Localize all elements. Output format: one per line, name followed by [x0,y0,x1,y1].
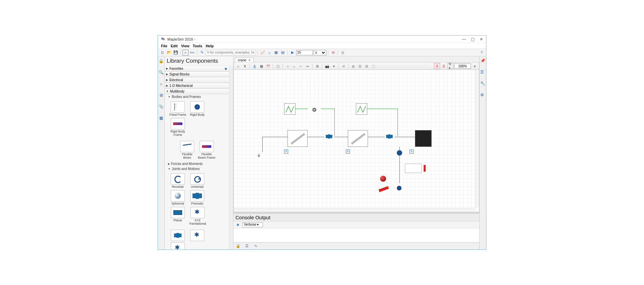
block-hook[interactable] [415,130,432,147]
comp-rigid-body[interactable]: Rigid Body [188,101,206,117]
label-a-icon[interactable]: A [252,63,258,69]
canvas-hscroll[interactable] [234,208,475,212]
comp-flexible-beam[interactable]: Flexible Beam [178,141,196,160]
fit-target-icon[interactable]: ◎ [350,63,356,69]
close-tab-icon[interactable]: ✕ [248,59,251,62]
cat-signal-blocks[interactable]: ▶Signal Blocks [165,71,229,77]
notes-icon[interactable]: ☰ [244,243,250,249]
plot-icon[interactable]: 📈 [260,50,266,56]
sim-units-select[interactable]: s [314,50,326,55]
close-button[interactable]: ✕ [479,37,483,41]
block-ground[interactable]: ⏚ [257,152,267,159]
subcat-forces-moments[interactable]: ▶Forces and Moments [165,161,229,166]
copy-icon[interactable]: ⎘ [340,50,346,56]
model-canvas[interactable]: ⚙ ⏚ [234,70,479,212]
open-file-icon[interactable]: 📂 [166,50,172,56]
find-tab-icon[interactable]: ⌕ [159,81,164,87]
home-icon[interactable]: ⌂ [235,63,241,69]
shuffle-icon[interactable]: ⤭ [340,63,346,69]
group-icon[interactable]: ⊞ [314,63,320,69]
align-l-icon[interactable]: ⫞ [284,63,290,69]
grid1-icon[interactable]: ▦ [273,50,279,56]
comp-flexible-beam-frame[interactable]: Flexible Beam Frame [198,141,216,160]
comp-rigid-body-frame[interactable]: Rigid Body Frame [169,118,187,137]
console-body[interactable] [233,228,479,242]
maximize-button[interactable]: ▢ [471,37,475,41]
search-input[interactable] [206,50,256,55]
subcat-bodies-frames[interactable]: ▼Bodies and Frames [165,94,229,99]
menu-edit[interactable]: Edit [169,44,179,48]
tab-crane[interactable]: crane ✕ [235,58,254,62]
minimize-button[interactable]: — [462,37,466,41]
block-joint2[interactable] [385,134,395,141]
zoom-reset-icon[interactable]: ⊟ [364,63,370,69]
wrench-icon[interactable]: 🔧 [480,81,486,87]
distribute-icon[interactable]: ⇔ [305,63,311,69]
block-spring1[interactable] [405,164,422,173]
verbose-select[interactable]: Verbose ▾ [242,222,263,227]
save-file-icon[interactable]: 💾 [173,50,179,56]
probe-icon[interactable]: ⌕ [266,50,272,56]
comp-prismatic[interactable]: Prismatic [188,190,206,206]
zoom-select[interactable] [454,63,471,69]
block-spring-red[interactable] [424,165,426,172]
comp-extra-3[interactable] [169,242,187,249]
comp-spherical[interactable]: Spherical [169,190,187,206]
comp-planar[interactable]: Planar [169,207,187,226]
cat-electrical[interactable]: ▶Electrical [165,77,229,83]
doc-icon[interactable]: ☰ [480,70,486,75]
block-source2[interactable] [356,103,367,115]
new-file-icon[interactable]: 🗋 [159,50,165,56]
cat-1d-mechanical[interactable]: ▶1-D Mechanical [165,83,229,89]
activity-icon[interactable]: ∿ [253,243,258,249]
canvas-vscroll[interactable] [475,70,479,208]
menu-tools[interactable]: Tools [191,44,204,48]
menu-view[interactable]: View [179,44,191,48]
pencil-icon[interactable]: ✎ [199,50,205,56]
chevron-down-icon[interactable]: ▾ [331,63,337,69]
fmu-icon[interactable]: fmu [189,50,195,56]
align-r-icon[interactable]: ⫟ [298,63,304,69]
text-label-icon[interactable]: A [182,50,189,56]
comp-extra-2[interactable] [188,230,206,241]
stop-icon[interactable]: ⊘ [330,50,336,56]
zoom-region-icon[interactable]: ⬚ [370,63,376,69]
search-tab-icon[interactable]: 🔍 [159,70,164,75]
block-source1[interactable] [284,103,296,115]
block-beam1[interactable] [287,130,308,147]
block-beam2[interactable] [348,130,368,147]
question-icon[interactable]: ?? [265,63,271,69]
zoom-chevron-icon[interactable]: ▾ [472,63,478,69]
lock-icon[interactable]: 🔒 [235,243,241,249]
comp-fixed-frame[interactable]: Fixed Frame [169,101,187,117]
grid2-icon[interactable]: ▤ [280,50,286,56]
align-c-icon[interactable]: ⫠ [291,63,297,69]
menu-file[interactable]: File [159,44,169,48]
comp-xyz-translational[interactable]: XYZ Translational [188,207,207,226]
clear-console-icon[interactable]: ✖ [235,222,241,228]
chip-tab-icon[interactable]: ▦ [159,115,164,121]
block-joint1[interactable] [324,134,334,141]
snap2-icon[interactable]: Ω [441,63,447,69]
pin-icon[interactable]: 📌 [480,58,486,64]
snap1-icon[interactable]: Ω [434,63,440,69]
subcat-joints-motions[interactable]: ▼Joints and Motions [165,166,229,171]
comp-revolute[interactable]: Revolute [169,173,187,189]
comp-extra-1[interactable] [169,230,187,241]
comp-universal[interactable]: Universal [188,173,206,189]
library-scrollbar[interactable] [229,66,233,249]
cat-multibody[interactable]: ▼Multibody [165,89,229,94]
up-icon[interactable]: ⬆ [242,63,248,69]
block-pulley2[interactable] [397,186,401,190]
n-icon[interactable]: N ▾ [447,63,453,69]
tree-tab-icon[interactable]: ⊞ [159,93,164,98]
camera-icon[interactable]: 📷 [324,63,330,69]
sim-time-input[interactable] [296,50,313,55]
fit-page-icon[interactable]: ⊡ [357,63,363,69]
play-icon[interactable]: ▶ [289,50,296,56]
box-icon[interactable]: ▢ [275,63,281,69]
lock-icon[interactable]: 🔒 [159,58,164,64]
attach-tab-icon[interactable]: 📎 [159,104,164,109]
block-mass[interactable] [380,176,386,182]
grid-toggle-icon[interactable]: ▦ [258,63,264,69]
